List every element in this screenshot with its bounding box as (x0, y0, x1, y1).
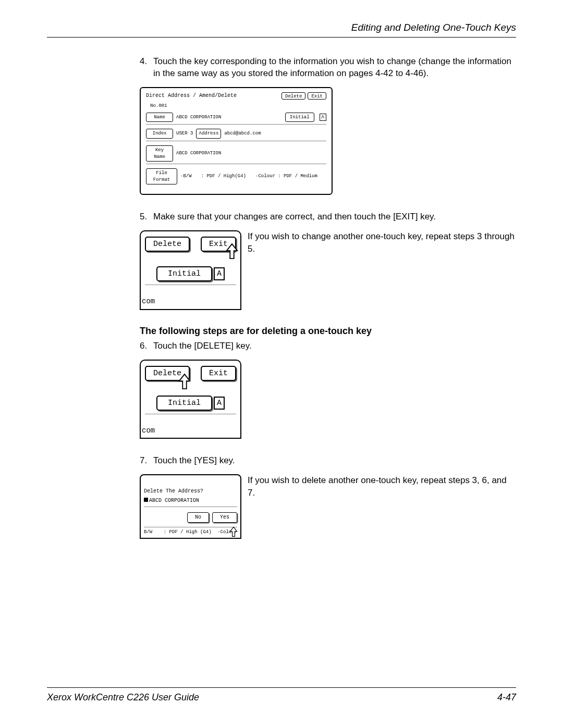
cursor-icon (177, 373, 192, 391)
delete-button: Delete (145, 237, 190, 252)
initial-button: Initial (285, 113, 314, 122)
entry-number: No.001 (150, 103, 326, 109)
initial-button: Initial (156, 266, 212, 281)
no-button: No (187, 512, 209, 523)
confirm-name: ABCD CORPORATION (144, 497, 237, 507)
address-label: Address (196, 129, 221, 139)
com-text: com (142, 297, 236, 307)
step-7: 7. Touch the [YES] key. (140, 454, 516, 467)
bullet-icon (144, 498, 148, 502)
step-text: Touch the key corresponding to the infor… (153, 55, 516, 80)
step-7-note: If you wish to delete another one-touch … (248, 474, 516, 539)
keyname-value: ABCD CORPORATION (176, 150, 221, 157)
figure-exit-closeup: Delete Exit Initial A com (140, 230, 241, 310)
initial-value: A (214, 397, 225, 410)
name-value: ABCD CORPORATION (176, 114, 221, 121)
page-number: 4-47 (497, 691, 516, 704)
delete-button: Delete (282, 92, 305, 100)
step-6: 6. Touch the [DELETE] key. (140, 340, 516, 352)
initial-button: Initial (156, 396, 212, 411)
figure-amend-delete-screen: Direct Address / Amend/Delete Delete Exi… (140, 87, 333, 195)
exit-button: Exit (201, 237, 236, 252)
step-number: 7. (140, 454, 153, 467)
keyname-label: Key Name (146, 145, 173, 162)
fileformat-colour-value: ·Colour : PDF / Medium (255, 173, 317, 180)
initial-value: A (320, 114, 326, 121)
step-number: 6. (140, 340, 153, 352)
address-value: abcd@abcd.com (224, 130, 261, 137)
name-label: Name (146, 113, 173, 122)
exit-button: Exit (308, 92, 326, 100)
cursor-icon (225, 243, 239, 261)
step-number: 5. (140, 211, 153, 223)
delete-section-heading: The following steps are for deleting a o… (140, 325, 516, 338)
index-value: USER 3 (176, 130, 193, 137)
initial-value: A (214, 267, 225, 280)
step-text: Touch the [YES] key. (153, 454, 516, 467)
confirm-question: Delete The Address? (144, 488, 237, 495)
footer-title: Xerox WorkCentre C226 User Guide (47, 691, 199, 704)
step-5: 5. Make sure that your changes are corre… (140, 211, 516, 223)
index-label: Index (146, 129, 173, 139)
fileformat-label: File Format (146, 168, 177, 184)
step-text: Touch the [DELETE] key. (153, 340, 516, 352)
fig-title: Direct Address / Amend/Delete (146, 92, 237, 100)
page-footer: Xerox WorkCentre C226 User Guide 4-47 (47, 687, 516, 704)
delete-button: Delete (145, 366, 190, 381)
com-text: com (142, 426, 236, 436)
step-number: 4. (140, 55, 153, 80)
figure-delete-closeup: Delete Exit Initial A com (140, 360, 241, 439)
fileformat-bw-value: : PDF / High(G4) (201, 173, 246, 180)
step-4: 4. Touch the key corresponding to the in… (140, 55, 516, 80)
exit-button: Exit (201, 366, 236, 381)
yes-button: Yes (212, 512, 237, 523)
figure-confirm-delete: Delete The Address? ABCD CORPORATION No … (140, 474, 241, 539)
step-5-note: If you wish to change another one-touch … (248, 230, 516, 310)
bw-label: B/W (144, 529, 152, 535)
step-text: Make sure that your changes are correct,… (153, 211, 516, 223)
bw-value: : PDF / High (G4) (164, 529, 212, 535)
section-header: Editing and Deleting One-Touch Keys (47, 21, 516, 38)
fileformat-bw-label: ·B/W (180, 173, 192, 180)
cursor-icon (229, 526, 238, 538)
